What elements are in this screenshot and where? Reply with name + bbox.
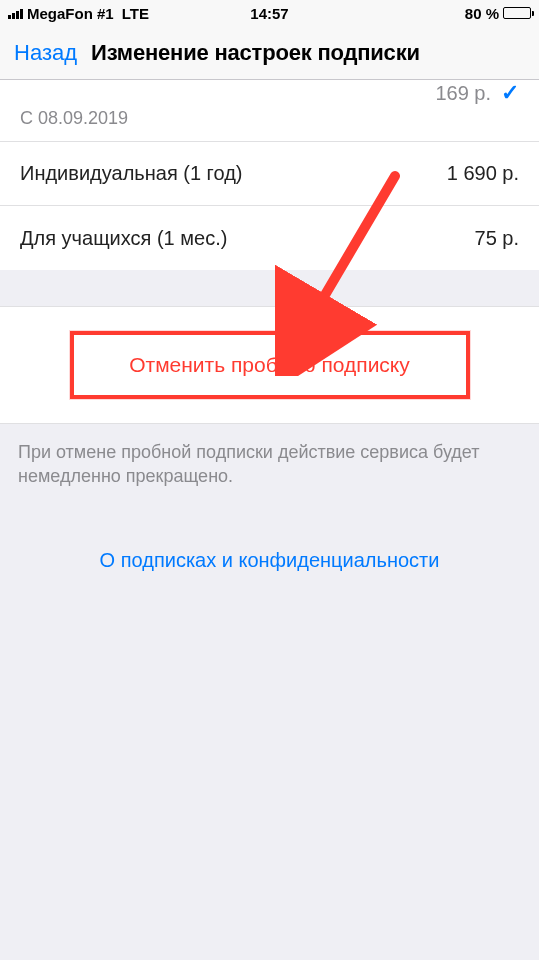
checkmark-icon: ✓ xyxy=(501,80,519,106)
carrier-label: MegaFon #1 xyxy=(27,5,114,22)
option-row[interactable]: Для учащихся (1 мес.) 75 р. xyxy=(0,206,539,270)
privacy-link[interactable]: О подписках и конфиденциальности xyxy=(0,549,539,572)
option-start-date: С 08.09.2019 xyxy=(20,108,128,129)
cancel-trial-button[interactable]: Отменить пробную подписку xyxy=(80,347,460,383)
option-row[interactable]: Индивидуальная (1 год) 1 690 р. xyxy=(0,142,539,206)
status-left: MegaFon #1 LTE xyxy=(8,5,149,22)
option-selected[interactable]: 169 р. ✓ С 08.09.2019 xyxy=(0,80,539,142)
battery-icon xyxy=(503,7,531,19)
annotation-highlight-box: Отменить пробную подписку xyxy=(70,331,470,399)
option-price: 75 р. xyxy=(475,227,519,250)
network-label: LTE xyxy=(122,5,149,22)
back-button[interactable]: Назад xyxy=(14,40,77,66)
cancel-section: Отменить пробную подписку xyxy=(0,306,539,424)
signal-icon xyxy=(8,7,23,19)
battery-percent: 80 % xyxy=(465,5,499,22)
cancel-note: При отмене пробной подписки действие сер… xyxy=(0,424,539,489)
option-price: 169 р. xyxy=(435,82,491,105)
status-right: 80 % xyxy=(465,5,531,22)
option-label: Для учащихся (1 мес.) xyxy=(20,227,227,250)
option-label: Индивидуальная (1 год) xyxy=(20,162,242,185)
option-price: 1 690 р. xyxy=(447,162,519,185)
page-title: Изменение настроек подписки xyxy=(91,40,420,66)
status-bar: MegaFon #1 LTE 14:57 80 % xyxy=(0,0,539,26)
subscription-options: 169 р. ✓ С 08.09.2019 Индивидуальная (1 … xyxy=(0,80,539,270)
nav-bar: Назад Изменение настроек подписки xyxy=(0,26,539,80)
